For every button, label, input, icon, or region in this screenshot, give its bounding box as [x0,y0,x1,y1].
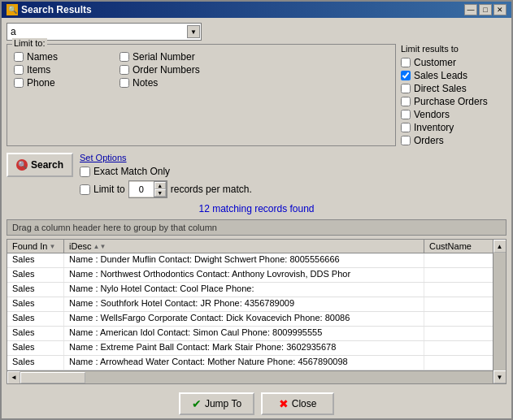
close-button-bottom[interactable]: ✖ Close [261,392,334,415]
scroll-track[interactable] [493,253,506,370]
hscroll-track[interactable] [20,371,493,383]
table-row[interactable]: SalesName : Extreme Paint Ball Contact: … [7,341,506,356]
items-checkbox[interactable] [14,65,24,75]
exact-match-row: Exact Match Only [80,166,252,177]
notes-checkbox-item: Notes [120,77,241,89]
customer-checkbox[interactable] [401,58,411,67]
sales-leads-label: Sales Leads [414,70,467,81]
exact-match-label: Exact Match Only [93,166,170,177]
vertical-scrollbar: ▲ ▼ [493,240,506,370]
close-button[interactable]: ✕ [493,4,506,15]
jump-to-button[interactable]: ✔ Jump To [179,392,254,415]
table-header: Found In ▼ iDesc ▲▼ CustName [7,240,506,253]
table-row[interactable]: SalesName : WellsFargo Corporate Contact… [7,312,506,327]
cell-found-in: Sales [7,341,64,355]
limit-spinner: ▲ ▼ [128,180,167,198]
table-container: Found In ▼ iDesc ▲▼ CustName SalesNa [7,239,506,384]
scroll-up-button[interactable]: ▲ [493,240,506,253]
order-numbers-label: Order Numbers [133,64,200,76]
direct-sales-checkbox[interactable] [401,84,411,93]
sales-leads-checkbox-item: Sales Leads [401,70,506,81]
main-area: Limit to: Names Serial Number Items [7,44,506,146]
cell-idesc: Name : American Idol Contact: Simon Caul… [64,327,424,340]
cell-found-in: Sales [7,356,64,370]
direct-sales-label: Direct Sales [414,83,467,94]
vendors-checkbox-item: Vendors [401,109,506,120]
names-checkbox[interactable] [14,52,24,62]
cell-idesc: Name : Arrowhead Water Contact: Mother N… [64,356,424,370]
phone-checkbox-item: Phone [14,77,111,89]
limit-to-label-inline: Limit to [93,184,125,195]
names-checkbox-item: Names [14,51,111,63]
scroll-left-button[interactable]: ◄ [7,371,20,384]
options-area: Set Options Exact Match Only Limit to ▲ … [80,153,252,198]
spinner-controls: ▲ ▼ [154,181,167,197]
table-scroll-area[interactable]: SalesName : Dunder Muflin Contact: Dwigh… [7,253,506,370]
order-numbers-checkbox-item: Order Numbers [120,64,241,76]
notes-checkbox[interactable] [120,78,129,88]
vendors-checkbox[interactable] [401,110,411,119]
sort-icon-found-in: ▼ [49,243,55,250]
limit-records-row: Limit to ▲ ▼ records per match. [80,180,252,198]
set-options-link[interactable]: Set Options [80,153,252,162]
hscroll-thumb[interactable] [20,372,85,383]
cell-idesc: Name : WellsFargo Corporate Contact: Dic… [64,312,424,326]
inventory-label: Inventory [414,122,454,133]
items-checkbox-item: Items [14,64,111,76]
sort-icon-idesc: ▲▼ [93,243,107,250]
table-row[interactable]: SalesName : Southfork Hotel Contact: JR … [7,297,506,312]
phone-checkbox[interactable] [14,78,24,88]
exact-match-checkbox[interactable] [80,167,90,177]
purchase-orders-checkbox-item: Purchase Orders [401,96,506,107]
inventory-checkbox[interactable] [401,123,411,132]
col-header-idesc[interactable]: iDesc ▲▼ [64,240,424,253]
phone-label: Phone [27,77,55,89]
purchase-orders-label: Purchase Orders [414,96,488,107]
limit-results-box: Limit results to Customer Sales Leads Di… [401,44,506,146]
search-button[interactable]: 🔍 Search [7,153,73,177]
cell-found-in: Sales [7,268,64,282]
minimize-button[interactable]: — [464,4,477,15]
limit-records-checkbox[interactable] [80,184,90,195]
content-area: a ▼ Limit to: Names Serial Number [2,18,511,420]
close-label: Close [292,398,317,409]
window-title: Search Results [21,4,92,15]
spinner-down-button[interactable]: ▼ [154,189,166,197]
horizontal-scrollbar: ◄ ► [7,370,506,383]
table-row[interactable]: SalesName : Dunder Muflin Contact: Dwigh… [7,253,506,268]
close-icon: ✖ [279,397,289,410]
drag-header: Drag a column header here to group by th… [7,219,506,236]
serial-number-checkbox[interactable] [120,52,129,62]
sales-leads-checkbox[interactable] [401,71,411,80]
cell-idesc: Name : Extreme Paint Ball Contact: Mark … [64,341,424,355]
table-row[interactable]: SalesName : Arrowhead Water Contact: Mot… [7,356,506,370]
order-numbers-checkbox[interactable] [120,65,129,75]
limit-to-checkboxes: Names Serial Number Items Order Numbers [14,51,389,89]
title-bar: 🔍 Search Results — □ ✕ [2,2,511,18]
limit-to-box: Limit to: Names Serial Number Items [7,44,396,146]
col-header-found-in[interactable]: Found In ▼ [7,240,64,253]
maximize-button[interactable]: □ [479,4,492,15]
limit-input[interactable] [129,182,154,197]
main-window: 🔍 Search Results — □ ✕ a ▼ Limit to: [0,0,513,420]
search-btn-label: Search [31,159,63,171]
cell-found-in: Sales [7,297,64,311]
spinner-up-button[interactable]: ▲ [154,182,166,189]
items-label: Items [27,64,50,76]
title-buttons: — □ ✕ [464,4,506,15]
results-count: 12 matching records found [7,201,506,216]
table-row[interactable]: SalesName : Northwest Orthodontics Conta… [7,268,506,283]
table-row[interactable]: SalesName : Nylo Hotel Contact: Cool Pla… [7,283,506,297]
orders-checkbox[interactable] [401,136,411,145]
cell-found-in: Sales [7,283,64,297]
search-btn-icon: 🔍 [16,159,28,171]
notes-label: Notes [133,77,158,89]
jump-to-icon: ✔ [192,397,202,410]
purchase-orders-checkbox[interactable] [401,97,411,106]
cell-idesc: Name : Northwest Orthodontics Contact: A… [64,268,424,282]
table-row[interactable]: SalesName : American Idol Contact: Simon… [7,327,506,341]
cell-found-in: Sales [7,312,64,326]
names-label: Names [27,51,58,63]
limit-results-title: Limit results to [401,44,506,54]
orders-label: Orders [414,135,444,146]
